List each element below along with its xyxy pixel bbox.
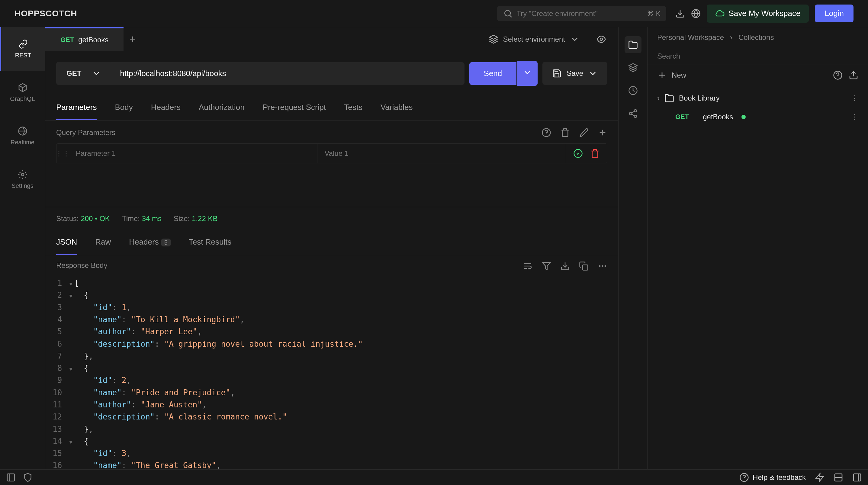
svg-point-10 bbox=[604, 265, 606, 267]
more-icon[interactable] bbox=[598, 261, 607, 271]
method-select[interactable]: GET bbox=[56, 62, 112, 85]
tab-test-results[interactable]: Test Results bbox=[189, 230, 231, 255]
chevron-right-icon: › bbox=[657, 94, 660, 102]
breadcrumb-item[interactable]: Collections bbox=[738, 33, 774, 42]
response-body-title: Response Body bbox=[56, 261, 107, 271]
layout-icon[interactable] bbox=[834, 473, 843, 482]
left-rail: REST GraphQL Realtime Settings bbox=[0, 27, 45, 469]
panel-icon[interactable] bbox=[852, 473, 862, 482]
environment-select[interactable]: Select environment bbox=[476, 34, 618, 44]
rail-collections[interactable] bbox=[625, 36, 642, 53]
collection-request[interactable]: GET getBooks ⋮ bbox=[648, 108, 868, 126]
edit-icon[interactable] bbox=[579, 128, 589, 138]
request-tab[interactable]: GET getBooks bbox=[45, 27, 124, 51]
rail-label: REST bbox=[15, 52, 31, 59]
settings-icon bbox=[18, 170, 28, 179]
tab-body[interactable]: Body bbox=[115, 95, 132, 120]
import-icon[interactable] bbox=[849, 70, 858, 80]
save-workspace-button[interactable]: Save My Workspace bbox=[707, 4, 809, 23]
rail-share[interactable] bbox=[625, 105, 642, 122]
app-logo: HOPPSCOTCH bbox=[14, 9, 77, 19]
svg-point-12 bbox=[634, 110, 637, 112]
save-workspace-label: Save My Workspace bbox=[728, 9, 800, 18]
help-icon[interactable] bbox=[541, 128, 551, 138]
plus-icon[interactable] bbox=[598, 128, 607, 138]
tab-tests[interactable]: Tests bbox=[344, 95, 363, 120]
tab-prerequest[interactable]: Pre-request Script bbox=[263, 95, 326, 120]
save-button[interactable]: Save bbox=[542, 62, 607, 85]
zap-icon[interactable] bbox=[815, 473, 825, 482]
rail-realtime[interactable]: Realtime bbox=[0, 114, 45, 158]
filter-icon[interactable] bbox=[541, 261, 551, 271]
send-button[interactable]: Send bbox=[469, 62, 517, 85]
chevron-down-icon bbox=[92, 68, 101, 78]
status-text: OK bbox=[99, 214, 110, 222]
chevron-right-icon: › bbox=[730, 33, 733, 42]
url-input[interactable] bbox=[112, 62, 464, 85]
headers-count-badge: 5 bbox=[161, 239, 170, 246]
search-input[interactable] bbox=[517, 9, 644, 18]
param-key-input[interactable] bbox=[68, 144, 317, 163]
copy-icon[interactable] bbox=[579, 261, 589, 271]
download-icon[interactable] bbox=[675, 9, 685, 19]
collection-folder[interactable]: › Book Library ⋮ bbox=[648, 89, 868, 108]
clock-icon bbox=[628, 86, 638, 95]
svg-rect-16 bbox=[7, 474, 14, 481]
response-body[interactable]: 12345678910111213141516171819 ▼[▼ { "id"… bbox=[45, 277, 618, 469]
tab-resp-headers[interactable]: Headers5 bbox=[129, 230, 170, 255]
more-icon[interactable]: ⋮ bbox=[851, 94, 858, 102]
graphql-icon bbox=[18, 83, 28, 92]
param-value-input[interactable] bbox=[317, 144, 566, 163]
new-collection-button[interactable]: New bbox=[657, 70, 686, 80]
eye-icon[interactable] bbox=[596, 34, 606, 44]
login-button[interactable]: Login bbox=[815, 4, 854, 22]
tab-variables[interactable]: Variables bbox=[380, 95, 412, 120]
folder-icon bbox=[628, 40, 638, 50]
tab-headers[interactable]: Headers bbox=[151, 95, 181, 120]
drag-handle[interactable]: ⋮⋮ bbox=[57, 144, 68, 163]
svg-point-0 bbox=[505, 10, 511, 16]
add-tab-button[interactable]: + bbox=[124, 33, 142, 46]
trash-icon[interactable] bbox=[560, 128, 570, 138]
folder-icon bbox=[664, 93, 674, 103]
tab-parameters[interactable]: Parameters bbox=[56, 95, 97, 120]
time-value: 34 ms bbox=[142, 214, 162, 222]
more-icon[interactable]: ⋮ bbox=[851, 113, 858, 121]
save-label: Save bbox=[566, 69, 583, 78]
time-label: Time: bbox=[122, 214, 140, 222]
svg-rect-19 bbox=[854, 474, 861, 481]
rail-history[interactable] bbox=[625, 82, 642, 99]
shortcut-key: K bbox=[656, 10, 660, 18]
rail-graphql[interactable]: GraphQL bbox=[0, 71, 45, 114]
global-search[interactable]: ⌘ K bbox=[497, 6, 666, 21]
browser-icon[interactable] bbox=[691, 9, 701, 19]
status-dot: • bbox=[95, 214, 97, 222]
breadcrumb-item[interactable]: Personal Workspace bbox=[657, 33, 724, 42]
wrap-icon[interactable] bbox=[523, 261, 532, 271]
trash-icon[interactable] bbox=[590, 149, 600, 158]
new-label: New bbox=[672, 71, 686, 80]
plus-icon bbox=[657, 70, 667, 80]
send-dropdown[interactable] bbox=[517, 61, 537, 86]
rail-settings[interactable]: Settings bbox=[0, 158, 45, 201]
rail-label: GraphQL bbox=[10, 95, 35, 102]
help-feedback-button[interactable]: Help & feedback bbox=[739, 473, 806, 482]
tab-json[interactable]: JSON bbox=[56, 230, 77, 255]
rail-environments[interactable] bbox=[625, 59, 642, 76]
sidebar-toggle-icon[interactable] bbox=[6, 473, 16, 482]
tab-authorization[interactable]: Authorization bbox=[199, 95, 245, 120]
unsaved-indicator bbox=[741, 115, 746, 119]
sidebar-search-input[interactable] bbox=[657, 52, 858, 60]
rail-label: Settings bbox=[11, 182, 33, 189]
download-icon[interactable] bbox=[560, 261, 570, 271]
save-icon bbox=[552, 68, 562, 78]
rail-rest[interactable]: REST bbox=[0, 27, 45, 71]
shield-icon[interactable] bbox=[23, 473, 33, 482]
link-icon bbox=[19, 39, 28, 49]
check-icon[interactable] bbox=[573, 149, 583, 158]
help-icon[interactable] bbox=[833, 70, 843, 80]
share-icon bbox=[628, 109, 638, 118]
tab-raw[interactable]: Raw bbox=[95, 230, 111, 255]
env-label: Select environment bbox=[503, 35, 565, 43]
rail-label: Realtime bbox=[10, 139, 34, 146]
